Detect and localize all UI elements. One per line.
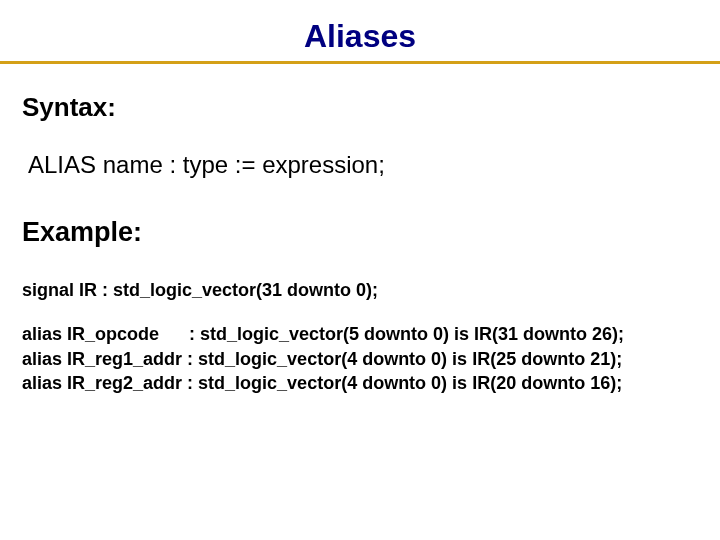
page-title: Aliases [0,0,720,61]
example-code-block: signal IR : std_logic_vector(31 downto 0… [22,278,698,395]
code-line: signal IR : std_logic_vector(31 downto 0… [22,278,698,302]
content-area: Syntax: ALIAS name : type := expression;… [0,64,720,395]
code-spacer [22,302,698,322]
syntax-heading: Syntax: [22,92,698,123]
example-heading: Example: [22,217,698,248]
code-line: alias IR_reg2_addr : std_logic_vector(4 … [22,371,698,395]
code-line: alias IR_reg1_addr : std_logic_vector(4 … [22,347,698,371]
syntax-definition: ALIAS name : type := expression; [28,151,698,179]
code-line: alias IR_opcode : std_logic_vector(5 dow… [22,322,698,346]
